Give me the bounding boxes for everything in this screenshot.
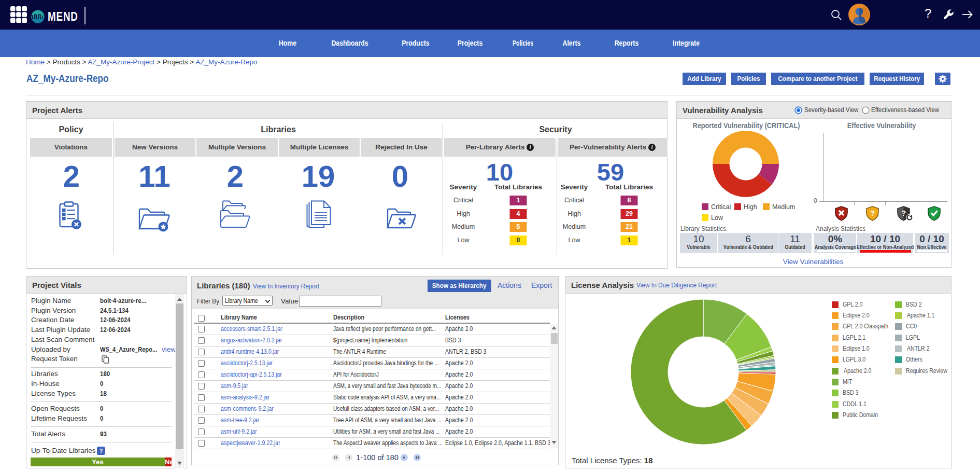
svg-text:?: ? bbox=[870, 209, 875, 217]
svg-text:?: ? bbox=[901, 209, 906, 217]
